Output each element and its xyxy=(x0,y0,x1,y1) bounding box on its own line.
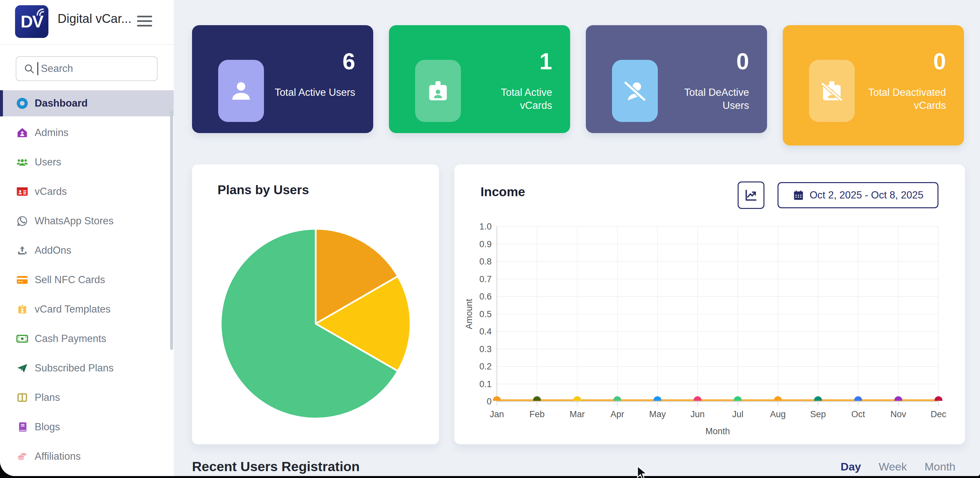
income-panel-title: Income xyxy=(480,185,525,199)
users-group-icon xyxy=(16,156,29,169)
svg-text:Nov: Nov xyxy=(890,409,907,419)
recent-users-heading: Recent Users Registration xyxy=(192,459,360,475)
svg-text:Jul: Jul xyxy=(732,409,743,419)
sidebar-item-users[interactable]: Users xyxy=(0,149,174,175)
sidebar-item-plans[interactable]: Plans xyxy=(0,384,174,411)
stat-label: Total Active Users xyxy=(274,86,355,99)
stat-card-total-active-users: 6 Total Active Users xyxy=(192,25,373,133)
stat-value: 1 xyxy=(539,50,552,73)
svg-text:May: May xyxy=(649,409,666,419)
whatsapp-icon xyxy=(16,214,29,227)
hamburger-menu-icon[interactable] xyxy=(137,16,152,27)
tab-week[interactable]: Week xyxy=(878,461,907,473)
tab-month[interactable]: Month xyxy=(925,461,956,473)
sidebar-header: DV Digital vCar... xyxy=(0,0,174,45)
stat-value: 0 xyxy=(736,50,749,73)
svg-text:0.9: 0.9 xyxy=(479,239,492,249)
svg-text:Month: Month xyxy=(705,426,730,436)
sidebar-item-sell-nfc-cards[interactable]: Sell NFC Cards xyxy=(0,267,174,293)
date-range-button[interactable]: Oct 2, 2025 - Oct 8, 2025 xyxy=(778,182,939,208)
line-chart-icon xyxy=(744,188,758,202)
recent-users-section-header: Recent Users Registration Day Week Month xyxy=(192,458,956,476)
svg-text:0.5: 0.5 xyxy=(479,309,492,319)
svg-text:0.3: 0.3 xyxy=(479,344,492,354)
sidebar-nav: Dashboard Admins Users vCards xyxy=(0,90,174,473)
svg-text:0: 0 xyxy=(487,397,492,407)
pie-panel-title: Plans by Users xyxy=(218,183,309,197)
svg-text:Oct: Oct xyxy=(851,409,865,419)
svg-text:Jan: Jan xyxy=(490,409,504,419)
stat-label: Total Deactivated vCards xyxy=(861,86,946,112)
stat-label: Total DeActive Users xyxy=(664,86,749,112)
money-bill-icon xyxy=(16,332,29,345)
screen: DV Digital vCar... Dashboard xyxy=(0,0,980,478)
svg-text:Mar: Mar xyxy=(570,409,585,419)
id-badge-slash-icon xyxy=(809,60,855,122)
vcard-icon xyxy=(16,185,29,198)
svg-text:Feb: Feb xyxy=(529,409,545,419)
columns-icon xyxy=(16,391,29,404)
upload-icon xyxy=(16,244,29,257)
stat-card-total-deactivated-vcards: 0 Total Deactivated vCards xyxy=(783,25,964,146)
sidebar-item-cash-payments[interactable]: Cash Payments xyxy=(0,326,174,352)
search-icon xyxy=(24,63,35,74)
svg-text:0.2: 0.2 xyxy=(479,362,492,372)
signal-icon xyxy=(35,6,46,16)
mouse-cursor xyxy=(636,465,649,478)
main-content: 6 Total Active Users 1 Total Active vCar… xyxy=(174,0,980,476)
sidebar-item-affiliations[interactable]: Affiliations xyxy=(0,443,174,470)
stat-card-total-deactive-users: 0 Total DeActive Users xyxy=(586,25,767,133)
id-badge-icon xyxy=(415,60,461,122)
svg-text:Apr: Apr xyxy=(610,409,624,419)
search-box[interactable] xyxy=(16,56,158,81)
sidebar-scrollbar[interactable] xyxy=(170,110,173,350)
svg-text:0.8: 0.8 xyxy=(479,257,492,267)
sidebar-item-vcards[interactable]: vCards xyxy=(0,178,174,205)
tab-day[interactable]: Day xyxy=(841,461,861,473)
coins-icon xyxy=(16,450,29,463)
date-range-text: Oct 2, 2025 - Oct 8, 2025 xyxy=(810,189,923,201)
chart-type-button[interactable] xyxy=(738,181,764,209)
house-admin-icon xyxy=(16,126,29,139)
svg-text:1.0: 1.0 xyxy=(479,222,492,232)
sidebar-item-vcard-templates[interactable]: vCard Templates xyxy=(0,296,174,322)
brand-title: Digital vCar... xyxy=(57,12,132,26)
income-chart-svg: JanFebMarAprMayJunJulAugSepOctNovDec1.00… xyxy=(461,217,955,439)
search-input[interactable] xyxy=(40,62,138,75)
sidebar-item-admins[interactable]: Admins xyxy=(0,120,174,146)
svg-text:Amount: Amount xyxy=(464,299,474,329)
stat-value: 0 xyxy=(933,50,946,73)
text-caret xyxy=(37,62,38,75)
sidebar-item-blogs[interactable]: Blogs xyxy=(0,414,174,440)
app-logo: DV xyxy=(15,5,48,38)
svg-text:0.1: 0.1 xyxy=(479,379,492,389)
paper-plane-icon xyxy=(16,362,29,375)
dashboard-icon xyxy=(16,97,29,110)
book-icon xyxy=(16,421,29,434)
period-tabs: Day Week Month xyxy=(841,461,956,473)
stat-value: 6 xyxy=(342,50,355,73)
plans-by-users-panel: Plans by Users xyxy=(192,164,439,444)
sidebar-item-whatsapp-stores[interactable]: WhatsApp Stores xyxy=(0,208,174,234)
svg-text:0.6: 0.6 xyxy=(479,292,492,302)
svg-text:Aug: Aug xyxy=(770,409,786,419)
svg-text:0.7: 0.7 xyxy=(479,274,492,284)
stat-label: Total Active vCards xyxy=(470,86,552,112)
badge-icon xyxy=(16,303,29,316)
sidebar-item-dashboard[interactable]: Dashboard xyxy=(0,90,174,116)
plans-pie-svg xyxy=(218,226,414,422)
user-icon xyxy=(218,60,264,122)
credit-card-icon xyxy=(16,273,29,286)
sidebar-item-subscribed-plans[interactable]: Subscribed Plans xyxy=(0,355,174,381)
sidebar: DV Digital vCar... Dashboard xyxy=(0,0,174,476)
svg-text:0.4: 0.4 xyxy=(479,327,492,337)
svg-text:Dec: Dec xyxy=(931,409,946,419)
stat-card-total-active-vcards: 1 Total Active vCards xyxy=(389,25,570,133)
user-slash-icon xyxy=(612,60,658,122)
income-panel: Income Oct 2, 2025 - Oct 8, 2025 JanFebM… xyxy=(454,164,965,444)
svg-text:Sep: Sep xyxy=(810,409,826,419)
sidebar-item-addons[interactable]: AddOns xyxy=(0,237,174,264)
svg-text:Jun: Jun xyxy=(690,409,705,419)
app-window: DV Digital vCar... Dashboard xyxy=(0,0,980,476)
calendar-icon xyxy=(792,189,804,201)
